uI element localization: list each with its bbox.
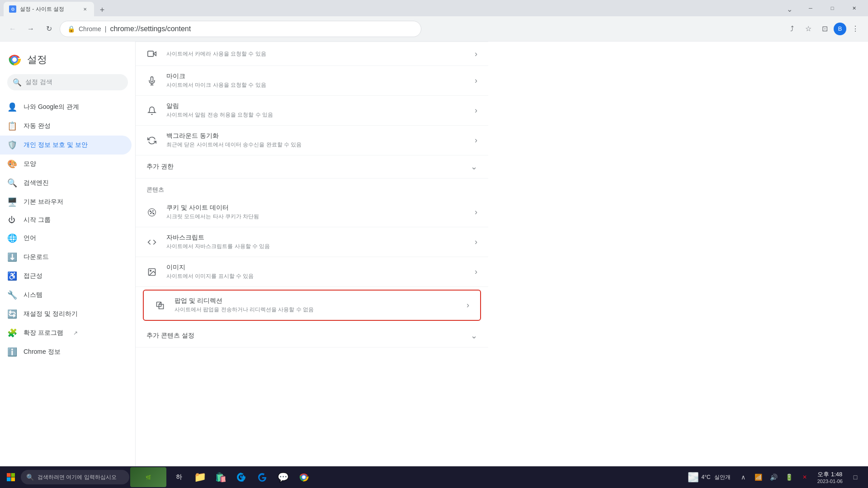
search-icon: 🔍 [13,78,22,87]
taskbar-app-korean[interactable]: 하 [169,467,189,487]
address-bar[interactable]: 🔒 Chrome | chrome://settings/content [60,21,421,37]
sidebar-label-system: 시스템 [24,291,42,299]
cookies-item-desc: 시크릿 모드에서는 타사 쿠키가 차단됨 [166,213,466,221]
js-item-desc: 사이트에서 자바스크립트를 사용할 수 있음 [166,243,466,250]
svg-point-9 [151,213,151,214]
weather-widget[interactable]: 🌫️ 4°C 실안개 [684,472,734,483]
address-separator: | [105,25,107,33]
taskbar-clock[interactable]: 오후 1:48 2023-01-06 [814,470,846,484]
content-area: 사이트에서 카메라 사용을 요청할 수 있음 › 마이크 사이트에서 마이크 사 [136,42,868,466]
tray-expand-button[interactable]: ∧ [736,470,750,484]
sidebar-item-extensions[interactable]: 🧩 확장 프로그램 ↗ [0,324,132,343]
minimize-button[interactable]: ─ [800,0,821,16]
reset-icon: 🔄 [7,309,16,319]
popup-settings-item-wrapper: 팝업 및 리디렉션 사이트에서 팝업을 전송하거나 리디렉션을 사용할 수 없음… [143,290,481,321]
sidebar-item-accessibility[interactable]: ♿ 접근성 [0,267,132,286]
extensions-button[interactable]: ⊡ [817,22,832,36]
notification-item-desc: 사이트에서 알림 전송 허용을 요청할 수 있음 [166,111,466,119]
taskbar: 🔍 검색하려면 여기에 입력하십시오 🌿 하 📁 🛍️ [0,466,868,488]
search-placeholder: 설정 검색 [25,78,52,86]
share-button[interactable]: ⤴ [785,22,799,36]
svg-rect-18 [11,478,15,482]
images-arrow-icon: › [475,267,477,277]
sidebar-label-language: 언어 [24,234,36,242]
sidebar-item-downloads[interactable]: ⬇️ 다운로드 [0,248,132,267]
sidebar-item-reset[interactable]: 🔄 재설정 및 정리하기 [0,305,132,324]
taskbar-app-chat[interactable]: 💬 [273,467,293,487]
tab-chevron-down[interactable]: ⌄ [782,2,797,16]
new-tab-button[interactable]: + [96,4,108,16]
maximize-button[interactable]: □ [822,0,843,16]
start-button[interactable] [2,468,20,486]
taskbar-apps: 하 📁 🛍️ [169,467,314,487]
title-bar: ⚙ 설정 - 사이트 설정 ✕ + ⌄ ─ □ ✕ [0,0,868,16]
sidebar-item-appearance[interactable]: 🎨 모양 [0,155,132,174]
back-button[interactable]: ← [5,22,20,36]
reload-button[interactable]: ↻ [42,22,56,36]
notification-settings-item[interactable]: 알림 사이트에서 알림 전송 허용을 요청할 수 있음 › [136,96,488,126]
bg-sync-item-title: 백그라운드 동기화 [166,132,466,140]
images-settings-item[interactable]: 이미지 사이트에서 이미지를 표시할 수 있음 › [136,257,488,287]
popup-settings-item[interactable]: 팝업 및 리디렉션 사이트에서 팝업을 전송하거나 리디렉션을 사용할 수 없음… [144,291,480,320]
extra-content-title: 추가 콘텐츠 설정 [146,332,462,340]
language-icon: 🌐 [7,233,16,243]
disconnect-icon[interactable]: ✕ [797,470,812,484]
privacy-icon: 🛡️ [7,140,16,150]
taskbar-app-store[interactable]: 🛍️ [211,467,231,487]
camera-arrow-icon: › [475,49,477,59]
sidebar-item-about[interactable]: ℹ️ Chrome 정보 [0,343,132,361]
taskbar-app-edge2[interactable] [252,467,272,487]
sidebar-item-system[interactable]: 🔧 시스템 [0,286,132,305]
sidebar-item-startup[interactable]: ⏻ 시작 그룹 [0,211,132,229]
sidebar-label-reset: 재설정 및 정리하기 [24,310,78,318]
tab-favicon: ⚙ [9,5,16,13]
bg-sync-settings-item[interactable]: 백그라운드 동기화 최근에 닫은 사이트에서 데이터 송수신을 완료할 수 있음… [136,126,488,155]
camera-item-text: 사이트에서 카메라 사용을 요청할 수 있음 [166,50,466,58]
js-arrow-icon: › [475,237,477,247]
volume-icon[interactable]: 🔊 [767,470,781,484]
close-button[interactable]: ✕ [844,0,864,16]
cookies-settings-item[interactable]: 쿠키 및 사이트 데이터 시크릿 모드에서는 타사 쿠키가 차단됨 › [136,197,488,227]
menu-button[interactable]: ⋮ [848,22,863,36]
sidebar-item-privacy[interactable]: 🛡️ 개인 정보 보호 및 보안 [0,136,132,155]
sidebar-item-language[interactable]: 🌐 언어 [0,229,132,248]
popup-item-desc: 사이트에서 팝업을 전송하거나 리디렉션을 사용할 수 없음 [175,306,458,314]
battery-icon[interactable]: 🔋 [782,470,797,484]
extra-permissions-accordion[interactable]: 추가 권한 ⌄ [136,155,488,178]
taskbar-app-chrome[interactable] [294,467,314,487]
sidebar-item-autocomplete[interactable]: 📋 자동 완성 [0,117,132,136]
camera-settings-item[interactable]: 사이트에서 카메라 사용을 요청할 수 있음 › [136,42,488,66]
search-box[interactable]: 🔍 설정 검색 [7,74,128,90]
edge-icon [235,471,248,483]
js-item-title: 자바스크립트 [166,234,466,242]
extra-permissions-title: 추가 권한 [146,163,462,171]
sidebar-item-search[interactable]: 🔍 검색엔진 [0,174,132,192]
forward-button[interactable]: → [24,22,38,36]
window-controls: ─ □ ✕ [800,0,864,16]
taskbar-search-box[interactable]: 🔍 검색하려면 여기에 입력하십시오 [21,470,129,484]
images-item-title: 이미지 [166,263,466,272]
store-icon: 🛍️ [214,471,227,483]
js-settings-item[interactable]: 자바스크립트 사이트에서 자바스크립트를 사용할 수 있음 › [136,227,488,257]
external-link-icon: ↗ [73,330,78,336]
network-icon[interactable]: 📶 [751,470,766,484]
weather-temp: 4°C [702,474,711,480]
taskbar-app-explorer[interactable]: 📁 [190,467,210,487]
mic-settings-item[interactable]: 마이크 사이트에서 마이크 사용을 요청할 수 있음 › [136,66,488,96]
taskbar-news-widget[interactable]: 🌿 [130,467,166,487]
profile-button[interactable]: B [834,23,846,35]
sidebar-logo-area: 설정 [0,49,135,74]
images-item-desc: 사이트에서 이미지를 표시할 수 있음 [166,272,466,280]
sidebar-item-profile[interactable]: 👤 나와 Google의 관계 [0,98,132,117]
sidebar-item-browser[interactable]: 🖥️ 기본 브라우저 [0,192,132,211]
sidebar-label-downloads: 다운로드 [24,253,49,261]
taskbar-app-edge[interactable] [231,467,251,487]
active-tab[interactable]: ⚙ 설정 - 사이트 설정 ✕ [4,2,94,16]
notification-center-button[interactable]: □ [848,470,863,484]
tab-close-button[interactable]: ✕ [81,5,89,13]
lock-icon: 🔒 [67,25,75,33]
bookmark-button[interactable]: ☆ [801,22,816,36]
js-item-text: 자바스크립트 사이트에서 자바스크립트를 사용할 수 있음 [166,234,466,250]
popup-item-text: 팝업 및 리디렉션 사이트에서 팝업을 전송하거나 리디렉션을 사용할 수 없음 [175,297,458,314]
extra-content-accordion[interactable]: 추가 콘텐츠 설정 ⌄ [136,324,488,347]
